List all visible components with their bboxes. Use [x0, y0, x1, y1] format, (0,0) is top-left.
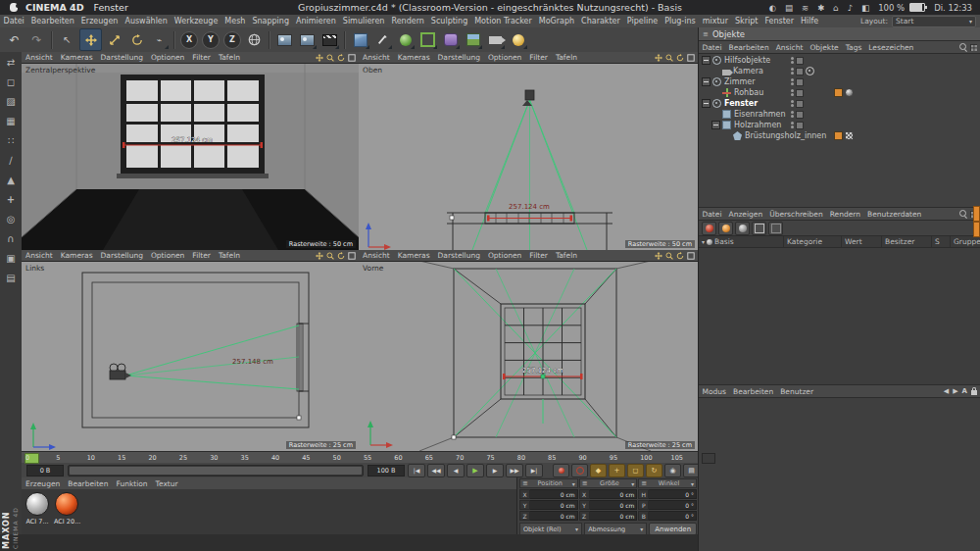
viewport-menu-item[interactable]: Tafeln [215, 53, 244, 62]
layer-chip[interactable] [796, 122, 804, 129]
light-dropdown[interactable] [508, 29, 528, 50]
primitives-dropdown[interactable] [350, 29, 370, 50]
object-row[interactable]: Rohbau [699, 87, 980, 98]
axis-lock-button[interactable]: X [180, 31, 198, 49]
next-frame-button[interactable]: ▶ [486, 464, 504, 477]
viewport-menu-item[interactable]: Darstellung [97, 251, 147, 260]
attribute-menu-item[interactable]: Benutzer [777, 387, 817, 396]
menu-item[interactable]: Mesh [221, 17, 249, 25]
viewport-menu-item[interactable]: Filter [525, 251, 552, 260]
viewport-menu-item[interactable]: Ansicht [22, 251, 57, 260]
rotation-p-field[interactable]: 0 ° [649, 500, 697, 510]
attribute-menu-item[interactable]: Modus [699, 387, 729, 396]
maximize-view-icon[interactable] [687, 252, 695, 260]
viewport-menu-item[interactable]: Kameras [394, 53, 434, 62]
viewport-menu-item[interactable]: Kameras [394, 251, 434, 260]
layer-chip[interactable] [796, 57, 804, 65]
axis-mode-icon[interactable]: + [1, 190, 21, 209]
render-settings-button[interactable] [319, 29, 340, 50]
object-row[interactable]: Fenster [699, 98, 980, 109]
material-thumbnail[interactable] [55, 492, 78, 516]
object-row[interactable]: Holzrahmen [699, 120, 980, 130]
macos-menu-fenster[interactable]: Fenster [94, 2, 128, 13]
live-selection-tool[interactable]: ↖ [57, 29, 77, 50]
viewport-menu-item[interactable]: Kameras [57, 251, 97, 260]
font-size-icon[interactable]: A [962, 387, 967, 395]
uvw-tag-icon[interactable] [845, 131, 854, 140]
rotation-dropdown[interactable]: ≡Winkel▾ [638, 478, 697, 488]
object-manager-titlebar[interactable]: ≡ Objekte [699, 27, 980, 41]
visibility-dots[interactable] [791, 89, 794, 96]
size-z-field[interactable]: 0 cm [590, 511, 638, 521]
goto-start-button[interactable]: |◀ [408, 464, 425, 477]
perspective-scene[interactable]: 257.124 cm [22, 63, 359, 250]
column-header[interactable]: S [932, 236, 951, 247]
take-manager-menu-item[interactable]: Benutzerdaten [863, 210, 924, 219]
attribute-menu-item[interactable]: Bearbeiten [729, 387, 776, 396]
timeline-scrollbar[interactable] [68, 465, 364, 476]
menu-item[interactable]: Pipeline [623, 17, 661, 25]
search-icon[interactable] [959, 210, 967, 218]
viewport-solo-icon[interactable]: ◎ [1, 210, 21, 228]
menu-item[interactable]: Charakter [578, 17, 624, 25]
range-start-field[interactable]: 0 B [26, 465, 64, 476]
position-dropdown[interactable]: ≡Position▾ [519, 478, 578, 488]
deformers-dropdown[interactable] [440, 29, 461, 50]
goto-end-button[interactable]: ▶| [525, 464, 543, 477]
viewport-menu-item[interactable]: Kameras [57, 53, 97, 62]
material-menu-item[interactable]: Funktion [112, 479, 151, 488]
texture-tag-icon[interactable] [834, 131, 843, 140]
environment-dropdown[interactable] [463, 29, 483, 50]
layer-chip[interactable] [796, 68, 804, 75]
lock-take-icon[interactable] [768, 222, 783, 235]
menu-item[interactable]: Animieren [292, 17, 339, 25]
object-row[interactable]: Eisenrahmen [699, 109, 980, 120]
column-header[interactable]: Gruppen-Tag [951, 236, 980, 247]
column-header[interactable]: Wert [842, 236, 882, 247]
take-manager-menu-item[interactable]: Rendern [826, 210, 863, 219]
status-icon-4[interactable]: ✱ [817, 3, 824, 13]
menu-item[interactable]: mixtur [699, 17, 731, 25]
next-key-button[interactable]: ▶▶ [506, 464, 523, 477]
visibility-dots[interactable] [791, 122, 794, 128]
viewport-menu-item[interactable]: Ansicht [22, 53, 57, 62]
pan-view-icon[interactable] [655, 54, 662, 62]
visibility-dots[interactable] [791, 68, 794, 75]
viewport-menu-item[interactable]: Tafeln [552, 53, 581, 62]
layer-chip[interactable] [796, 78, 804, 86]
viewport-menu-item[interactable]: Darstellung [97, 53, 147, 62]
auto-take-icon[interactable] [752, 222, 766, 235]
target-tag-icon[interactable] [806, 67, 814, 75]
position-x-field[interactable]: 0 cm [530, 489, 578, 499]
menubar-clock[interactable]: Di. 12:33 [934, 3, 972, 13]
size-column-dropdown[interactable]: ≡Größe▾ [579, 478, 638, 488]
axis-lock-button[interactable]: Y [202, 31, 220, 49]
panel-tab-orange-1[interactable] [973, 206, 980, 222]
history-back-icon[interactable]: ◀ [944, 387, 949, 395]
viewport-menu-item[interactable]: Optionen [147, 53, 188, 62]
status-icon-5[interactable]: ⌂ [833, 3, 838, 13]
pan-view-icon[interactable] [316, 252, 323, 260]
size-x-field[interactable]: 0 cm [590, 489, 638, 499]
autokey-button[interactable] [571, 464, 588, 477]
material-menu-item[interactable]: Textur [152, 479, 182, 488]
menu-item[interactable]: Rendern [388, 17, 427, 25]
visibility-dots[interactable] [791, 100, 794, 107]
material-menu-item[interactable]: Bearbeiten [64, 479, 112, 488]
column-header[interactable]: Kategorie [784, 236, 842, 247]
visibility-dots[interactable] [791, 111, 794, 118]
menu-item[interactable]: Simulieren [339, 17, 388, 25]
last-tool-dropdown[interactable]: ⌁ [149, 29, 170, 50]
menu-item[interactable]: Datei [0, 17, 27, 25]
record-scale-button[interactable]: ◻ [627, 464, 644, 477]
viewport-menu-item[interactable]: Optionen [484, 53, 525, 62]
object-row[interactable]: Brüstungsholz_innen [699, 130, 980, 141]
lock-icon[interactable] [971, 390, 977, 395]
rotate-view-icon[interactable] [337, 54, 345, 62]
take-manager-menu-item[interactable]: Datei [699, 210, 725, 219]
take-manager-menu-item[interactable]: Überschreiben [766, 210, 826, 219]
prev-key-button[interactable]: ◀◀ [427, 464, 445, 477]
menu-item[interactable]: Auswählen [122, 17, 171, 25]
status-icon-1[interactable]: ◐ [769, 3, 776, 13]
material-item[interactable]: ACI 7... [24, 492, 50, 526]
